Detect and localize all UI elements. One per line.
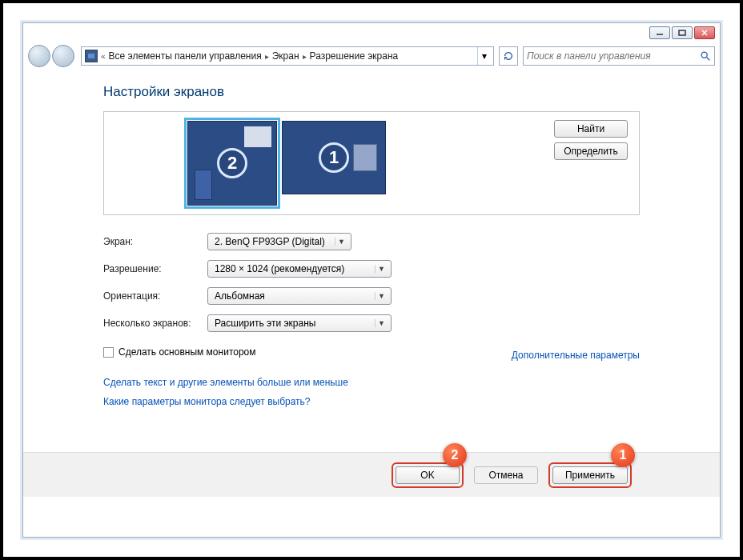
- chevron-down-icon: ▼: [335, 238, 347, 246]
- window-frame: « Все элементы панели управления ▸ Экран…: [22, 22, 721, 538]
- monitor-number: 1: [319, 142, 349, 173]
- search-icon: [700, 50, 711, 62]
- refresh-button[interactable]: [499, 46, 518, 66]
- callout-badge-2: 2: [443, 443, 467, 467]
- address-bar[interactable]: « Все элементы панели управления ▸ Экран…: [81, 46, 494, 66]
- close-button[interactable]: [694, 26, 715, 39]
- chevron-right-icon: ▸: [265, 52, 269, 61]
- search-box[interactable]: [523, 46, 715, 66]
- callout-ok: 2 OK: [392, 462, 464, 488]
- svg-line-5: [707, 58, 710, 61]
- orientation-dropdown[interactable]: Альбомная ▼: [207, 287, 392, 305]
- advanced-settings-link[interactable]: Дополнительные параметры: [512, 350, 640, 361]
- breadcrumb-segment[interactable]: Все элементы панели управления: [109, 50, 262, 62]
- which-settings-link[interactable]: Какие параметры монитора следует выбрать…: [103, 396, 640, 407]
- make-primary-checkbox[interactable]: [103, 347, 114, 358]
- resize-items-link[interactable]: Сделать текст и другие элементы больше и…: [103, 377, 640, 388]
- minimize-button[interactable]: [649, 26, 670, 39]
- apply-button[interactable]: Применить: [552, 466, 628, 484]
- callout-badge-1: 1: [611, 443, 635, 467]
- identify-button[interactable]: Определить: [554, 142, 628, 160]
- chevron-down-icon: ▼: [375, 265, 388, 273]
- nav-back-button[interactable]: [28, 45, 50, 67]
- dialog-button-bar: 2 OK Отмена 1 Применить: [23, 452, 720, 497]
- multiple-displays-dropdown[interactable]: Расширить эти экраны ▼: [207, 314, 392, 332]
- callout-apply: 1 Применить: [548, 462, 632, 488]
- screen-label: Экран:: [103, 236, 207, 247]
- monitor-1[interactable]: 1: [282, 121, 386, 194]
- control-panel-icon: [85, 50, 98, 62]
- monitor-decoration: [244, 126, 271, 147]
- chevron-right-icon: ▸: [303, 52, 307, 61]
- monitor-decoration: [195, 170, 212, 200]
- chevron-down-icon: ▼: [375, 292, 388, 300]
- cancel-button[interactable]: Отмена: [474, 466, 538, 484]
- breadcrumb-chevron: «: [101, 52, 106, 61]
- breadcrumb-segment[interactable]: Разрешение экрана: [310, 50, 399, 62]
- multiple-displays-label: Несколько экранов:: [103, 318, 207, 329]
- monitor-decoration: [353, 144, 377, 171]
- page-title: Настройки экранов: [103, 84, 640, 100]
- toolbar-row: « Все элементы панели управления ▸ Экран…: [23, 42, 720, 70]
- screen-dropdown[interactable]: 2. BenQ FP93GP (Digital) ▼: [207, 233, 351, 250]
- search-input[interactable]: [527, 50, 700, 62]
- monitor-number: 2: [217, 148, 247, 178]
- orientation-label: Ориентация:: [103, 290, 207, 302]
- maximize-button[interactable]: [672, 26, 693, 39]
- svg-point-4: [701, 52, 707, 58]
- ok-button[interactable]: OK: [396, 466, 460, 484]
- address-dropdown-button[interactable]: ▾: [477, 47, 490, 65]
- chevron-down-icon: ▼: [375, 319, 388, 327]
- resolution-label: Разрешение:: [103, 263, 207, 274]
- nav-forward-button[interactable]: [52, 45, 74, 67]
- resolution-dropdown[interactable]: 1280 × 1024 (рекомендуется) ▼: [207, 260, 392, 278]
- make-primary-label: Сделать основным монитором: [118, 346, 256, 358]
- detect-button[interactable]: Найти: [554, 120, 628, 138]
- svg-rect-1: [679, 30, 685, 35]
- dropdown-value: Расширить эти экраны: [215, 318, 315, 329]
- display-preview-area: 2 1 Найти Определить: [103, 111, 640, 215]
- dropdown-value: Альбомная: [215, 290, 265, 302]
- monitor-2[interactable]: 2: [187, 121, 277, 206]
- window-controls: [649, 26, 715, 39]
- breadcrumb-segment[interactable]: Экран: [272, 50, 299, 62]
- dropdown-value: 2. BenQ FP93GP (Digital): [215, 236, 325, 247]
- dropdown-value: 1280 × 1024 (рекомендуется): [215, 263, 344, 274]
